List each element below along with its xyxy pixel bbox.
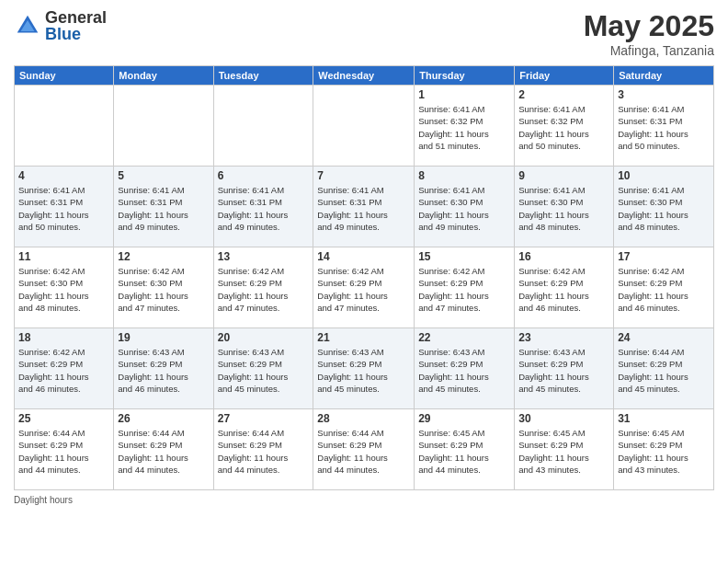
day-info: Sunrise: 6:41 AM Sunset: 6:30 PM Dayligh… — [418, 184, 510, 233]
day-number: 13 — [218, 250, 310, 263]
header-monday: Monday — [114, 66, 213, 86]
day-info: Sunrise: 6:42 AM Sunset: 6:30 PM Dayligh… — [118, 265, 209, 314]
calendar-week-1: 4Sunrise: 6:41 AM Sunset: 6:31 PM Daylig… — [15, 167, 714, 247]
title-block: May 2025 Mafinga, Tanzania — [584, 9, 714, 58]
calendar-cell: 14Sunrise: 6:42 AM Sunset: 6:29 PM Dayli… — [313, 247, 415, 328]
day-number: 30 — [518, 412, 609, 425]
calendar-cell — [213, 86, 313, 167]
day-info: Sunrise: 6:44 AM Sunset: 6:29 PM Dayligh… — [18, 427, 109, 476]
calendar-cell: 5Sunrise: 6:41 AM Sunset: 6:31 PM Daylig… — [114, 167, 213, 247]
day-number: 19 — [118, 331, 209, 344]
day-number: 21 — [317, 331, 410, 344]
calendar-week-0: 1Sunrise: 6:41 AM Sunset: 6:32 PM Daylig… — [15, 86, 714, 167]
calendar-cell — [313, 86, 415, 167]
header: General Blue May 2025 Mafinga, Tanzania — [14, 9, 714, 58]
day-number: 12 — [118, 250, 209, 263]
day-info: Sunrise: 6:44 AM Sunset: 6:29 PM Dayligh… — [118, 427, 209, 476]
day-number: 7 — [317, 169, 410, 182]
day-info: Sunrise: 6:42 AM Sunset: 6:30 PM Dayligh… — [18, 265, 109, 314]
day-number: 11 — [18, 250, 109, 263]
day-info: Sunrise: 6:41 AM Sunset: 6:31 PM Dayligh… — [218, 184, 310, 233]
calendar-cell: 10Sunrise: 6:41 AM Sunset: 6:30 PM Dayli… — [614, 167, 714, 247]
footer: Daylight hours — [14, 495, 714, 505]
header-tuesday: Tuesday — [213, 66, 313, 86]
day-number: 31 — [618, 412, 710, 425]
calendar-cell: 6Sunrise: 6:41 AM Sunset: 6:31 PM Daylig… — [213, 167, 313, 247]
calendar-cell: 23Sunrise: 6:43 AM Sunset: 6:29 PM Dayli… — [515, 328, 614, 409]
logo-blue-text: Blue — [45, 26, 107, 42]
calendar-cell: 2Sunrise: 6:41 AM Sunset: 6:32 PM Daylig… — [515, 86, 614, 167]
day-number: 1 — [418, 88, 510, 101]
day-number: 20 — [218, 331, 310, 344]
day-info: Sunrise: 6:41 AM Sunset: 6:31 PM Dayligh… — [317, 184, 410, 233]
day-number: 9 — [518, 169, 609, 182]
calendar-cell: 20Sunrise: 6:43 AM Sunset: 6:29 PM Dayli… — [213, 328, 313, 409]
day-number: 5 — [118, 169, 209, 182]
day-info: Sunrise: 6:45 AM Sunset: 6:29 PM Dayligh… — [618, 427, 710, 476]
calendar-cell: 19Sunrise: 6:43 AM Sunset: 6:29 PM Dayli… — [114, 328, 213, 409]
day-number: 6 — [218, 169, 310, 182]
day-info: Sunrise: 6:44 AM Sunset: 6:29 PM Dayligh… — [317, 427, 410, 476]
header-friday: Friday — [515, 66, 614, 86]
header-sunday: Sunday — [15, 66, 114, 86]
day-number: 18 — [18, 331, 109, 344]
day-number: 17 — [618, 250, 710, 263]
day-info: Sunrise: 6:42 AM Sunset: 6:29 PM Dayligh… — [618, 265, 710, 314]
day-info: Sunrise: 6:45 AM Sunset: 6:29 PM Dayligh… — [418, 427, 510, 476]
calendar-cell: 9Sunrise: 6:41 AM Sunset: 6:30 PM Daylig… — [515, 167, 614, 247]
day-number: 3 — [618, 88, 710, 101]
day-info: Sunrise: 6:43 AM Sunset: 6:29 PM Dayligh… — [418, 346, 510, 395]
day-info: Sunrise: 6:44 AM Sunset: 6:29 PM Dayligh… — [218, 427, 310, 476]
month-title: May 2025 — [584, 9, 714, 43]
calendar-header-row: Sunday Monday Tuesday Wednesday Thursday… — [15, 66, 714, 86]
calendar-cell: 27Sunrise: 6:44 AM Sunset: 6:29 PM Dayli… — [213, 409, 313, 490]
day-info: Sunrise: 6:41 AM Sunset: 6:31 PM Dayligh… — [118, 184, 209, 233]
day-info: Sunrise: 6:45 AM Sunset: 6:29 PM Dayligh… — [518, 427, 609, 476]
day-number: 24 — [618, 331, 710, 344]
day-number: 27 — [218, 412, 310, 425]
calendar-cell: 21Sunrise: 6:43 AM Sunset: 6:29 PM Dayli… — [313, 328, 415, 409]
logo: General Blue — [14, 9, 107, 42]
calendar-week-4: 25Sunrise: 6:44 AM Sunset: 6:29 PM Dayli… — [15, 409, 714, 490]
day-number: 26 — [118, 412, 209, 425]
day-number: 15 — [418, 250, 510, 263]
day-info: Sunrise: 6:41 AM Sunset: 6:30 PM Dayligh… — [618, 184, 710, 233]
location: Mafinga, Tanzania — [584, 43, 714, 58]
day-info: Sunrise: 6:43 AM Sunset: 6:29 PM Dayligh… — [518, 346, 609, 395]
page: General Blue May 2025 Mafinga, Tanzania … — [0, 0, 728, 563]
day-number: 14 — [317, 250, 410, 263]
calendar-cell: 31Sunrise: 6:45 AM Sunset: 6:29 PM Dayli… — [614, 409, 714, 490]
day-info: Sunrise: 6:41 AM Sunset: 6:31 PM Dayligh… — [618, 103, 710, 152]
day-info: Sunrise: 6:41 AM Sunset: 6:30 PM Dayligh… — [518, 184, 609, 233]
day-number: 29 — [418, 412, 510, 425]
day-number: 22 — [418, 331, 510, 344]
day-number: 2 — [518, 88, 609, 101]
day-info: Sunrise: 6:43 AM Sunset: 6:29 PM Dayligh… — [218, 346, 310, 395]
calendar-cell: 17Sunrise: 6:42 AM Sunset: 6:29 PM Dayli… — [614, 247, 714, 328]
calendar-week-2: 11Sunrise: 6:42 AM Sunset: 6:30 PM Dayli… — [15, 247, 714, 328]
day-info: Sunrise: 6:42 AM Sunset: 6:29 PM Dayligh… — [418, 265, 510, 314]
day-info: Sunrise: 6:44 AM Sunset: 6:29 PM Dayligh… — [618, 346, 710, 395]
calendar-cell: 7Sunrise: 6:41 AM Sunset: 6:31 PM Daylig… — [313, 167, 415, 247]
calendar-cell: 3Sunrise: 6:41 AM Sunset: 6:31 PM Daylig… — [614, 86, 714, 167]
calendar-cell — [15, 86, 114, 167]
calendar-cell: 12Sunrise: 6:42 AM Sunset: 6:30 PM Dayli… — [114, 247, 213, 328]
calendar-cell: 30Sunrise: 6:45 AM Sunset: 6:29 PM Dayli… — [515, 409, 614, 490]
logo-text: General Blue — [45, 9, 107, 42]
logo-general-text: General — [45, 9, 107, 26]
calendar-cell: 4Sunrise: 6:41 AM Sunset: 6:31 PM Daylig… — [15, 167, 114, 247]
day-number: 16 — [518, 250, 609, 263]
day-number: 8 — [418, 169, 510, 182]
day-number: 23 — [518, 331, 609, 344]
calendar-cell: 25Sunrise: 6:44 AM Sunset: 6:29 PM Dayli… — [15, 409, 114, 490]
calendar-cell: 15Sunrise: 6:42 AM Sunset: 6:29 PM Dayli… — [415, 247, 515, 328]
calendar-cell: 1Sunrise: 6:41 AM Sunset: 6:32 PM Daylig… — [415, 86, 515, 167]
calendar-cell: 29Sunrise: 6:45 AM Sunset: 6:29 PM Dayli… — [415, 409, 515, 490]
day-info: Sunrise: 6:43 AM Sunset: 6:29 PM Dayligh… — [317, 346, 410, 395]
day-info: Sunrise: 6:43 AM Sunset: 6:29 PM Dayligh… — [118, 346, 209, 395]
day-info: Sunrise: 6:42 AM Sunset: 6:29 PM Dayligh… — [317, 265, 410, 314]
calendar-cell: 11Sunrise: 6:42 AM Sunset: 6:30 PM Dayli… — [15, 247, 114, 328]
calendar-cell: 16Sunrise: 6:42 AM Sunset: 6:29 PM Dayli… — [515, 247, 614, 328]
calendar-week-3: 18Sunrise: 6:42 AM Sunset: 6:29 PM Dayli… — [15, 328, 714, 409]
logo-icon — [14, 12, 41, 40]
